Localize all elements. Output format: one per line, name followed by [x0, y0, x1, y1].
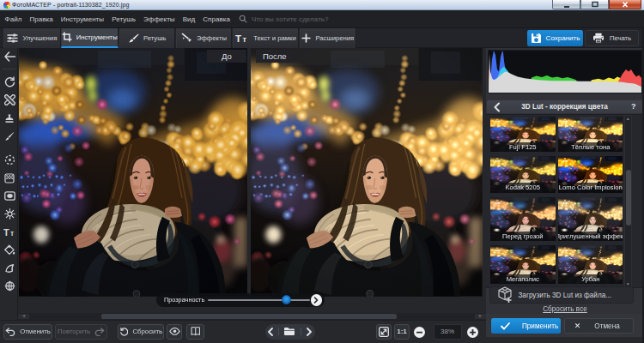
- svg-text:T: T: [3, 227, 9, 238]
- svg-text:T: T: [235, 33, 241, 43]
- svg-text:т: т: [243, 35, 247, 43]
- svg-text:т: т: [10, 229, 14, 238]
